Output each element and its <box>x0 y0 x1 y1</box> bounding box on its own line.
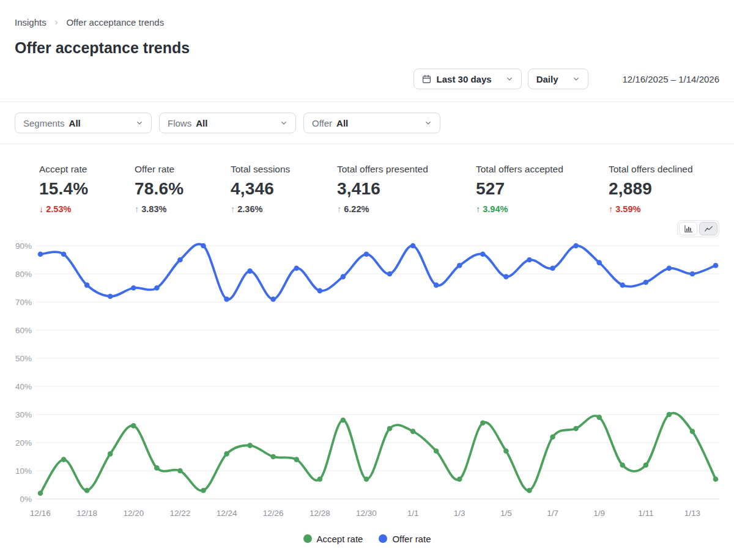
kpi-label: Accept rate <box>39 164 135 175</box>
svg-text:1/1: 1/1 <box>407 509 419 518</box>
svg-text:1/11: 1/11 <box>638 509 653 518</box>
date-range-text: 12/16/2025 – 1/14/2026 <box>623 74 719 84</box>
filter-label: Offer <box>312 118 332 128</box>
svg-text:1/13: 1/13 <box>684 509 700 518</box>
svg-text:40%: 40% <box>15 382 32 391</box>
arrow-up-icon: ↑ <box>337 204 341 214</box>
svg-text:70%: 70% <box>15 298 32 307</box>
arrow-up-icon: ↑ <box>135 204 139 214</box>
arrow-up-icon: ↑ <box>609 204 613 214</box>
chart-legend: Accept rate Offer rate <box>15 532 719 545</box>
kpi-card-accept-rate: Accept rate 15.4% ↓ 2.53% <box>39 164 135 214</box>
filter-segments-dropdown[interactable]: Segments All <box>15 112 152 133</box>
line-chart-button[interactable] <box>699 222 717 235</box>
chevron-down-icon <box>424 119 432 127</box>
granularity-dropdown[interactable]: Daily <box>528 68 588 89</box>
kpi-value: 527 <box>476 179 609 199</box>
kpi-change: ↑ 3.59% <box>609 204 693 214</box>
svg-text:12/26: 12/26 <box>263 509 284 518</box>
kpi-label: Offer rate <box>135 164 231 175</box>
kpi-card-total-sessions: Total sessions 4,346 ↑ 2.36% <box>231 164 337 214</box>
breadcrumb-item-current: Offer acceptance trends <box>66 17 164 28</box>
kpi-label: Total offers presented <box>337 164 476 175</box>
svg-text:20%: 20% <box>15 438 32 448</box>
filter-offer-dropdown[interactable]: Offer All <box>303 112 440 133</box>
kpi-change: ↑ 3.94% <box>476 204 609 214</box>
kpi-card-offers-declined: Total offers declined 2,889 ↑ 3.59% <box>609 164 693 214</box>
svg-text:1/9: 1/9 <box>593 509 605 518</box>
date-controls: Last 30 days Daily 12/16/2025 – 1/14/202… <box>15 68 719 89</box>
kpi-change: ↓ 2.53% <box>39 204 135 214</box>
trend-chart-section: 0%10%20%30%40%50%60%70%80%90%12/1612/181… <box>15 220 719 545</box>
filter-value: All <box>196 118 207 128</box>
divider <box>0 144 734 144</box>
kpi-change: ↑ 6.22% <box>337 204 476 214</box>
svg-text:12/20: 12/20 <box>123 509 144 518</box>
svg-text:90%: 90% <box>15 241 32 251</box>
bar-chart-icon <box>684 225 693 233</box>
breadcrumb-separator-icon: › <box>55 17 58 27</box>
kpi-change: ↑ 2.36% <box>231 204 337 214</box>
kpi-row: Accept rate 15.4% ↓ 2.53% Offer rate 78.… <box>15 164 719 214</box>
svg-text:12/22: 12/22 <box>170 509 191 518</box>
kpi-card-offer-rate: Offer rate 78.6% ↑ 3.83% <box>135 164 231 214</box>
breadcrumb: Insights › Offer acceptance trends <box>15 16 719 28</box>
line-chart-icon <box>704 225 713 233</box>
chevron-down-icon <box>506 75 513 83</box>
kpi-label: Total sessions <box>231 164 337 175</box>
legend-dot-offer-rate <box>379 534 387 543</box>
kpi-change: ↑ 3.83% <box>135 204 231 214</box>
breadcrumb-item-insights[interactable]: Insights <box>15 17 46 28</box>
filters-row: Segments All Flows All Offer All <box>15 112 719 133</box>
svg-text:12/30: 12/30 <box>356 509 377 518</box>
svg-text:12/24: 12/24 <box>217 509 237 518</box>
svg-text:1/5: 1/5 <box>500 509 512 518</box>
svg-text:50%: 50% <box>15 354 32 363</box>
filter-label: Flows <box>168 118 191 128</box>
legend-item-accept-rate[interactable]: Accept rate <box>303 534 363 544</box>
svg-text:1/3: 1/3 <box>454 509 465 518</box>
svg-text:12/16: 12/16 <box>30 509 51 518</box>
date-range-label: Last 30 days <box>437 74 492 84</box>
calendar-icon <box>422 75 431 84</box>
arrow-up-icon: ↑ <box>231 204 235 214</box>
svg-text:1/7: 1/7 <box>547 509 558 518</box>
kpi-value: 78.6% <box>135 179 231 199</box>
svg-text:0%: 0% <box>20 495 32 504</box>
bar-chart-button[interactable] <box>679 222 697 235</box>
page-title: Offer acceptance trends <box>15 39 719 59</box>
kpi-label: Total offers declined <box>609 164 693 175</box>
kpi-value: 4,346 <box>231 179 337 199</box>
legend-item-offer-rate[interactable]: Offer rate <box>379 534 431 544</box>
divider <box>0 101 734 102</box>
filter-value: All <box>336 118 348 128</box>
svg-text:12/18: 12/18 <box>76 509 97 518</box>
svg-text:60%: 60% <box>15 326 32 335</box>
date-range-dropdown[interactable]: Last 30 days <box>413 68 522 89</box>
chevron-down-icon <box>280 119 287 127</box>
chevron-down-icon <box>136 119 143 127</box>
kpi-value: 3,416 <box>337 179 476 199</box>
chart-type-toggle <box>677 220 719 237</box>
svg-text:80%: 80% <box>15 270 32 279</box>
chevron-down-icon <box>573 75 580 83</box>
arrow-up-icon: ↑ <box>476 204 480 214</box>
svg-text:10%: 10% <box>15 466 32 476</box>
chart-toolbar <box>15 220 719 237</box>
kpi-card-offers-presented: Total offers presented 3,416 ↑ 6.22% <box>337 164 476 214</box>
svg-text:12/28: 12/28 <box>310 509 330 518</box>
arrow-down-icon: ↓ <box>39 204 43 214</box>
kpi-card-offers-accepted: Total offers accepted 527 ↑ 3.94% <box>476 164 609 214</box>
svg-text:30%: 30% <box>15 410 32 419</box>
kpi-label: Total offers accepted <box>476 164 609 175</box>
filter-flows-dropdown[interactable]: Flows All <box>159 112 296 133</box>
filter-value: All <box>69 118 81 128</box>
filter-label: Segments <box>23 118 65 128</box>
line-chart-canvas[interactable]: 0%10%20%30%40%50%60%70%80%90%12/1612/181… <box>15 238 719 532</box>
kpi-value: 15.4% <box>39 179 135 199</box>
granularity-label: Daily <box>536 74 558 84</box>
legend-dot-accept-rate <box>303 534 312 543</box>
kpi-value: 2,889 <box>609 179 693 199</box>
